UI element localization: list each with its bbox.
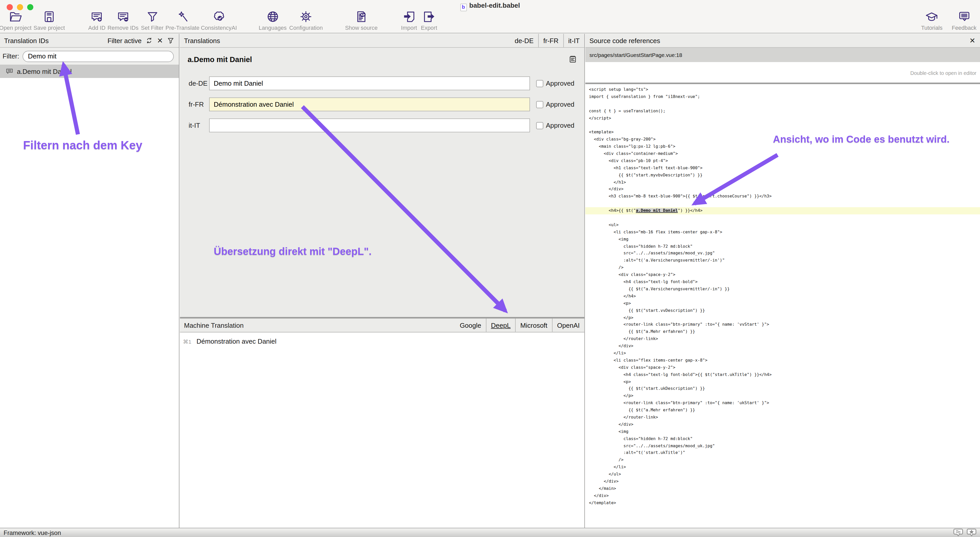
- filter-funnel-icon[interactable]: [167, 37, 174, 44]
- toolbar-button-add-id[interactable]: Add ID: [88, 10, 105, 31]
- toolbar-button-consistencyai[interactable]: ConsistencyAI: [201, 10, 237, 31]
- code-line: <router-link class="btn-primary" :to="{ …: [585, 321, 980, 328]
- code-line: <div class="space-y-2">: [585, 364, 980, 371]
- highlighted-translation-key: a.Demo mit Daniel: [636, 208, 678, 213]
- filter-tools: Filter active ✕: [108, 37, 179, 45]
- save-project-icon: [42, 10, 56, 24]
- code-line: <div class="bg-gray-200">: [585, 136, 980, 143]
- translations-header: Translations de-DEfr-FRit-IT: [180, 34, 584, 48]
- code-line: </h4>: [585, 293, 980, 300]
- code-line: class="hidden h-72 md:block": [585, 435, 980, 442]
- code-line: import { useTranslation } from "i18next-…: [585, 93, 980, 100]
- code-line: <p>: [585, 378, 980, 386]
- code-line: </div>: [585, 421, 980, 428]
- feedback-icon: [957, 10, 971, 24]
- suggestion-text: Démonstration avec Daniel: [197, 338, 277, 345]
- speech-bubble-icon: [6, 68, 13, 75]
- code-line: <h4 class="text-lg font-bold">: [585, 279, 980, 286]
- toolbar-button-save-project[interactable]: Save project: [33, 10, 65, 31]
- code-line: </li>: [585, 464, 980, 471]
- translation-input-it-it[interactable]: [209, 118, 530, 132]
- toolbar-button-show-source[interactable]: Show source: [345, 10, 377, 31]
- toolbar-button-languages[interactable]: Languages: [259, 10, 287, 31]
- translation-ids-panel: Translation IDs Filter active ✕: [0, 34, 180, 528]
- refresh-filter-icon[interactable]: [146, 37, 153, 44]
- comment-notepad-icon[interactable]: [568, 55, 577, 64]
- close-panel-icon[interactable]: ✕: [969, 37, 980, 45]
- translation-row-fr-fr: fr-FRApproved: [180, 97, 584, 111]
- highlighted-code-line: <h4>{{ $t("a.Demo mit Daniel") }}</h4>: [585, 207, 980, 214]
- code-line: </div>: [585, 478, 980, 485]
- code-line: </p>: [585, 393, 980, 400]
- window-title: bbabel-edit.babel: [0, 2, 980, 10]
- toolbar-button-set-filter[interactable]: Set Filter: [141, 10, 164, 31]
- toolbar-button-label: Pre-Translate: [165, 25, 199, 31]
- language-tab-fr-fr[interactable]: fr-FR: [538, 34, 563, 47]
- source-code-view[interactable]: <script setup lang="ts">import { useTran…: [585, 84, 980, 528]
- code-line: <h3 class="mb-8 text-blue-900">{{ $t("st…: [585, 193, 980, 200]
- source-reference-row[interactable]: src/pages/start/GuestStartPage.vue:18: [585, 48, 980, 62]
- toolbar-button-label: Open project: [0, 25, 32, 31]
- import-icon: [402, 10, 416, 24]
- code-line: :alt="t('a.Versicherungsvermittler/-in')…: [585, 257, 980, 265]
- filter-label: Filter:: [3, 52, 19, 60]
- provider-tab-deepl[interactable]: DeepL: [486, 319, 515, 332]
- code-line: {{ $t("a.Mehr erfahren") }}: [585, 328, 980, 336]
- code-line: <div class="container-medium">: [585, 150, 980, 158]
- toolbar-button-label: Feedback: [952, 25, 977, 31]
- translation-input-fr-fr[interactable]: [209, 97, 530, 111]
- code-line: <h1 class="text-left text-blue-900">: [585, 165, 980, 172]
- code-line: {{ $t("a.Mehr erfahren") }}: [585, 407, 980, 414]
- language-label: de-DE: [189, 80, 208, 87]
- machine-translation-body: ⌘1Démonstration avec Daniel: [180, 333, 584, 528]
- waves-badge-icon[interactable]: [953, 528, 963, 537]
- toolbar-button-label: ConsistencyAI: [201, 25, 237, 31]
- translation-input-de-de[interactable]: [209, 76, 530, 90]
- approved-label: Approved: [546, 121, 574, 129]
- code-line: {{ $t("start.myvbvDescription") }}: [585, 172, 980, 179]
- star-badge-icon[interactable]: [967, 528, 977, 537]
- language-label: it-IT: [189, 121, 200, 129]
- filter-input[interactable]: [22, 51, 174, 62]
- toolbar-button-open-project[interactable]: Open project: [0, 10, 32, 31]
- code-line: </main>: [585, 485, 980, 492]
- toolbar-button-feedback[interactable]: Feedback: [952, 10, 977, 31]
- provider-tab-microsoft[interactable]: Microsoft: [515, 319, 552, 332]
- machine-translation-suggestion[interactable]: ⌘1Démonstration avec Daniel: [180, 333, 584, 345]
- language-tabs: de-DEfr-FRit-IT: [510, 34, 584, 47]
- toolbar-button-import[interactable]: Import: [401, 10, 417, 31]
- configuration-icon: [299, 10, 313, 24]
- toolbar-button-remove-ids[interactable]: Remove IDs: [107, 10, 138, 31]
- clear-filter-icon[interactable]: ✕: [157, 37, 163, 44]
- filter-status-label: Filter active: [108, 37, 142, 45]
- language-tab-it-it[interactable]: it-IT: [563, 34, 584, 47]
- code-splitter[interactable]: [585, 83, 980, 84]
- code-line: </div>: [585, 492, 980, 500]
- code-line: <main class="lg:px-12 lg:pb-6">: [585, 143, 980, 150]
- panel-title: Machine Translation: [184, 321, 244, 329]
- code-line: <div class="space-y-2">: [585, 271, 980, 279]
- provider-tab-google[interactable]: Google: [455, 319, 486, 332]
- code-line: <h4 class="text-lg font-bold">{{ $t("sta…: [585, 371, 980, 378]
- provider-tab-openai[interactable]: OpenAI: [552, 319, 584, 332]
- code-line: <img: [585, 236, 980, 243]
- code-line: [585, 200, 980, 207]
- reference-list-area: Double-click to open in editor: [585, 62, 980, 83]
- code-line: src="../../assets/images/mood_vv.jpg": [585, 250, 980, 257]
- toolbar-button-export[interactable]: Export: [421, 10, 437, 31]
- code-line: </script>: [585, 115, 980, 122]
- approved-checkbox-fr-fr[interactable]: [536, 101, 543, 108]
- code-line: {{ $t("start.ukDescription") }}: [585, 386, 980, 393]
- toolbar-button-pre-translate[interactable]: Pre-Translate: [165, 10, 199, 31]
- code-line: </template>: [585, 499, 980, 507]
- language-tab-de-de[interactable]: de-DE: [510, 34, 538, 47]
- approved-checkbox-it-it[interactable]: [536, 122, 543, 129]
- approved-checkbox-de-de[interactable]: [536, 80, 543, 87]
- toolbar-button-configuration[interactable]: Configuration: [290, 10, 323, 31]
- open-in-editor-hint: Double-click to open in editor: [910, 70, 977, 76]
- code-line: {{ $t("start.vvDescription") }}: [585, 307, 980, 314]
- code-line: [585, 122, 980, 129]
- translation-id-item[interactable]: a.Demo mit Daniel: [0, 65, 179, 78]
- toolbar-button-label: Set Filter: [141, 25, 164, 31]
- toolbar-button-tutorials[interactable]: Tutorials: [921, 10, 943, 31]
